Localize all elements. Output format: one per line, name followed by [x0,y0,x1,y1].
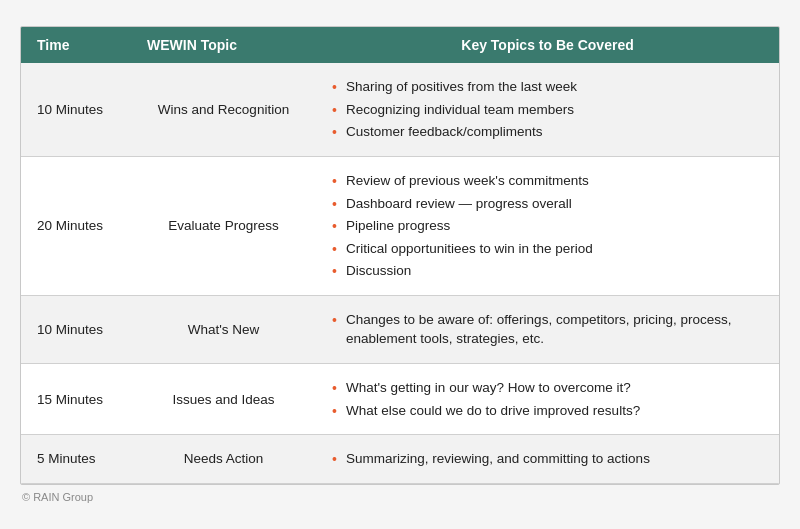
cell-topic: Wins and Recognition [131,63,316,156]
bullet-item: Critical opportunitiees to win in the pe… [332,239,763,259]
bullet-item: Sharing of positives from the last week [332,77,763,97]
cell-time: 10 Minutes [21,63,131,156]
cell-time: 20 Minutes [21,157,131,296]
table-row: 5 MinutesNeeds ActionSummarizing, review… [21,435,779,484]
cell-key-topics: Summarizing, reviewing, and committing t… [316,435,779,484]
table-row: 15 MinutesIssues and IdeasWhat's getting… [21,363,779,434]
cell-key-topics: Sharing of positives from the last weekR… [316,63,779,156]
bullet-item: Changes to be aware of: offerings, compe… [332,310,763,349]
cell-time: 10 Minutes [21,295,131,363]
cell-key-topics: What's getting in our way? How to overco… [316,363,779,434]
cell-key-topics: Review of previous week's commitmentsDas… [316,157,779,296]
table-row: 10 MinutesWhat's NewChanges to be aware … [21,295,779,363]
cell-key-topics: Changes to be aware of: offerings, compe… [316,295,779,363]
bullet-item: Recognizing individual team members [332,100,763,120]
bullet-item: Pipeline progress [332,216,763,236]
footer-label: © RAIN Group [20,491,780,503]
cell-topic: Issues and Ideas [131,363,316,434]
cell-topic: Evaluate Progress [131,157,316,296]
table-row: 10 MinutesWins and RecognitionSharing of… [21,63,779,156]
cell-time: 15 Minutes [21,363,131,434]
bullet-item: What else could we do to drive improved … [332,401,763,421]
bullet-item: Review of previous week's commitments [332,171,763,191]
cell-time: 5 Minutes [21,435,131,484]
bullet-item: Customer feedback/compliments [332,122,763,142]
cell-topic: Needs Action [131,435,316,484]
header-key-topics: Key Topics to Be Covered [316,27,779,63]
header-time: Time [21,27,131,63]
bullet-item: Summarizing, reviewing, and committing t… [332,449,763,469]
bullet-item: Discussion [332,261,763,281]
table-row: 20 MinutesEvaluate ProgressReview of pre… [21,157,779,296]
cell-topic: What's New [131,295,316,363]
bullet-item: Dashboard review — progress overall [332,194,763,214]
bullet-item: What's getting in our way? How to overco… [332,378,763,398]
wewin-table: Time WEWIN Topic Key Topics to Be Covere… [21,27,779,483]
header-topic: WEWIN Topic [131,27,316,63]
main-table-container: Time WEWIN Topic Key Topics to Be Covere… [20,26,780,484]
table-header-row: Time WEWIN Topic Key Topics to Be Covere… [21,27,779,63]
